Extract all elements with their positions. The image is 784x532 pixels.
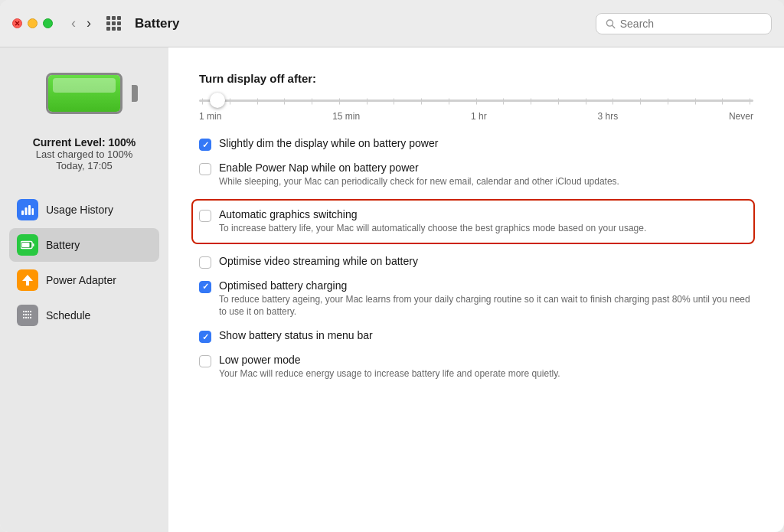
svg-rect-21	[25, 317, 27, 318]
option-title-optimised-charging: Optimised battery charging	[219, 279, 753, 292]
power-adapter-icon	[17, 269, 38, 291]
option-desc-low-power: Your Mac will reduce energy usage to inc…	[219, 367, 753, 380]
svg-rect-6	[28, 205, 31, 215]
schedule-icon	[17, 305, 38, 326]
option-video-streaming: Optimise video streaming while on batter…	[199, 255, 753, 269]
option-dim-display: Slightly dim the display while on batter…	[199, 137, 753, 151]
option-text-power-nap: Enable Power Nap while on battery power …	[219, 162, 753, 188]
sidebar-item-schedule[interactable]: Schedule	[9, 299, 159, 332]
option-desc-power-nap: While sleeping, your Mac can periodicall…	[219, 175, 753, 188]
svg-rect-12	[23, 311, 24, 312]
slider-thumb[interactable]	[210, 93, 225, 108]
checkbox-low-power[interactable]	[199, 355, 211, 367]
svg-rect-10	[33, 243, 34, 246]
titlebar: ‹ › Battery	[0, 0, 784, 47]
display-off-section: Turn display off after:	[199, 72, 753, 122]
display-off-label: Turn display off after:	[199, 72, 753, 85]
slider-label-1hr: 1 hr	[471, 111, 487, 122]
minimize-button[interactable]	[28, 18, 38, 28]
grid-icon[interactable]	[106, 16, 121, 31]
power-adapter-label: Power Adapter	[46, 274, 116, 286]
battery-charged-text: Last charged to 100%	[33, 149, 136, 160]
slider-label-3hrs: 3 hrs	[597, 111, 618, 122]
svg-rect-20	[23, 317, 24, 318]
sidebar-item-battery[interactable]: Battery	[9, 228, 159, 262]
checkbox-auto-graphics[interactable]	[199, 210, 211, 222]
svg-rect-7	[32, 208, 34, 215]
checkbox-dim-display[interactable]	[199, 139, 211, 151]
svg-rect-9	[22, 243, 30, 247]
slider-label-never: Never	[729, 111, 753, 122]
sidebar: Current Level: 100% Last charged to 100%…	[0, 47, 168, 532]
battery-time-text: Today, 17:05	[33, 160, 136, 171]
svg-rect-19	[30, 314, 31, 315]
battery-info: Current Level: 100% Last charged to 100%…	[33, 136, 136, 171]
svg-rect-13	[25, 311, 27, 312]
maximize-button[interactable]	[43, 18, 53, 28]
svg-rect-5	[25, 207, 28, 215]
option-auto-graphics: Automatic graphics switching To increase…	[191, 199, 755, 244]
option-text-dim-display: Slightly dim the display while on batter…	[219, 137, 753, 151]
checkbox-power-nap[interactable]	[199, 163, 211, 175]
svg-rect-15	[30, 311, 31, 312]
svg-rect-17	[25, 314, 27, 315]
sidebar-item-power-adapter[interactable]: Power Adapter	[9, 263, 159, 297]
traffic-lights	[12, 18, 53, 28]
main-content: Current Level: 100% Last charged to 100%…	[0, 47, 784, 532]
slider-track[interactable]	[199, 93, 753, 108]
svg-marker-11	[22, 275, 33, 286]
battery-icon	[17, 234, 38, 256]
battery-body	[46, 73, 122, 114]
content-area: Turn display off after:	[168, 47, 784, 532]
svg-rect-22	[28, 317, 29, 318]
slider-line	[199, 100, 753, 102]
option-title-dim-display: Slightly dim the display while on batter…	[219, 137, 753, 149]
battery-icon-container	[38, 63, 130, 124]
sidebar-item-usage-history[interactable]: Usage History	[9, 193, 159, 227]
search-icon	[606, 18, 616, 29]
option-optimised-charging: Optimised battery charging To reduce bat…	[199, 279, 753, 319]
checkbox-video-streaming[interactable]	[199, 256, 211, 269]
close-button[interactable]	[12, 18, 22, 28]
usage-history-icon	[17, 199, 38, 220]
option-title-auto-graphics: Automatic graphics switching	[219, 208, 746, 220]
option-title-battery-status: Show battery status in menu bar	[219, 329, 753, 341]
svg-rect-4	[21, 211, 24, 215]
usage-history-label: Usage History	[46, 204, 113, 216]
back-arrow[interactable]: ‹	[68, 14, 79, 33]
checkbox-battery-status[interactable]	[199, 331, 211, 343]
svg-line-3	[612, 25, 615, 28]
option-low-power: Low power mode Your Mac will reduce ener…	[199, 354, 753, 380]
slider-labels: 1 min 15 min 1 hr 3 hrs Never	[199, 111, 753, 122]
checkbox-optimised-charging[interactable]	[199, 281, 211, 293]
slider-label-15min: 15 min	[332, 111, 360, 122]
svg-rect-18	[28, 314, 29, 315]
option-desc-optimised-charging: To reduce battery ageing, your Mac learn…	[219, 293, 753, 319]
option-power-nap: Enable Power Nap while on battery power …	[199, 162, 753, 188]
option-desc-auto-graphics: To increase battery life, your Mac will …	[219, 222, 746, 235]
svg-rect-14	[28, 311, 29, 312]
option-text-optimised-charging: Optimised battery charging To reduce bat…	[219, 279, 753, 319]
search-bar[interactable]	[596, 13, 772, 34]
search-input[interactable]	[620, 18, 762, 30]
battery-shine	[53, 78, 116, 93]
sidebar-nav: Usage History Battery	[9, 193, 159, 334]
svg-rect-16	[23, 314, 24, 315]
main-window: ‹ › Battery	[0, 0, 784, 532]
option-text-auto-graphics: Automatic graphics switching To increase…	[219, 208, 746, 235]
battery-label: Battery	[46, 239, 80, 251]
option-text-video-streaming: Optimise video streaming while on batter…	[219, 255, 753, 269]
window-title: Battery	[135, 16, 180, 31]
option-title-video-streaming: Optimise video streaming while on batter…	[219, 255, 753, 267]
option-title-low-power: Low power mode	[219, 354, 753, 366]
battery-level-text: Current Level: 100%	[33, 136, 136, 149]
option-text-low-power: Low power mode Your Mac will reduce ener…	[219, 354, 753, 380]
svg-rect-23	[30, 317, 31, 318]
option-battery-status: Show battery status in menu bar	[199, 329, 753, 343]
battery-terminal	[132, 85, 138, 102]
option-title-power-nap: Enable Power Nap while on battery power	[219, 162, 753, 174]
forward-arrow[interactable]: ›	[83, 14, 94, 33]
nav-arrows: ‹ ›	[68, 14, 94, 33]
option-text-battery-status: Show battery status in menu bar	[219, 329, 753, 343]
slider-label-1min: 1 min	[199, 111, 221, 122]
